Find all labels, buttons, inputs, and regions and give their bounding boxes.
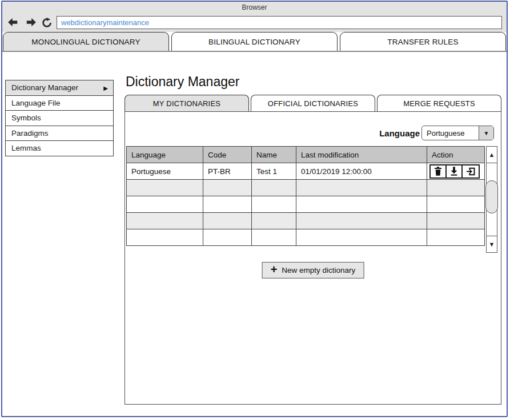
cell-empty — [127, 196, 203, 213]
url-bar[interactable] — [57, 16, 502, 29]
table-scrollbar: ▲ ▼ — [486, 146, 497, 253]
cell-empty — [427, 196, 485, 213]
tab-transfer-rules[interactable]: TRANSFER RULES — [340, 32, 506, 51]
column-header-language: Language — [127, 147, 203, 163]
cell-empty — [427, 229, 485, 246]
dictionary-table-body: Portuguese PT-BR Test 1 01/01/2019 12:00… — [127, 163, 485, 246]
scroll-down-button[interactable]: ▼ — [486, 236, 497, 253]
dictionary-table-wrap: Language Code Name Last modification Act… — [126, 146, 485, 246]
download-icon — [449, 166, 459, 176]
cell-empty — [203, 229, 252, 246]
new-empty-dictionary-label: New empty dictionary — [282, 266, 355, 274]
forward-arrow-icon — [24, 18, 37, 27]
sidebar-item-dictionary-manager[interactable]: Dictionary Manager ▶ — [5, 80, 114, 96]
language-label: Language — [379, 128, 420, 138]
triangle-down-icon: ▼ — [489, 241, 495, 248]
subtab-merge-requests[interactable]: MERGE REQUESTS — [377, 95, 501, 111]
subtab-official-dictionaries[interactable]: OFFICIAL DICTIONARIES — [251, 95, 375, 111]
cell-empty — [127, 213, 203, 229]
table-row-empty — [127, 196, 485, 213]
subtab-label: MY DICTIONARIES — [153, 99, 220, 108]
sub-tab-bar: MY DICTIONARIES OFFICIAL DICTIONARIES ME… — [125, 95, 501, 111]
import-icon — [466, 167, 476, 176]
column-header-last-modification: Last modification — [296, 147, 427, 163]
cell-empty — [252, 213, 296, 229]
cell-empty — [127, 229, 203, 246]
download-button[interactable] — [447, 165, 463, 177]
column-header-name: Name — [252, 147, 296, 163]
cell-empty — [127, 180, 203, 196]
sidebar-item-language-file[interactable]: Language File — [5, 95, 114, 111]
refresh-icon — [42, 17, 53, 28]
sidebar-item-lemmas[interactable]: Lemmas — [5, 140, 114, 156]
cell-last-modification: 01/01/2019 12:00:00 — [296, 163, 427, 180]
tab-label: TRANSFER RULES — [387, 38, 458, 46]
sidebar-item-paradigms[interactable]: Paradigms — [5, 126, 114, 142]
cell-empty — [203, 213, 252, 229]
chevron-right-icon: ▶ — [103, 81, 108, 96]
open-dictionary-button[interactable] — [463, 165, 479, 177]
subtab-label: MERGE REQUESTS — [403, 99, 475, 108]
cell-empty — [252, 180, 296, 196]
chevron-down-icon: ▼ — [484, 130, 489, 136]
title-bar: Browser — [2, 2, 507, 13]
trash-icon — [433, 166, 443, 176]
tab-bilingual-dictionary[interactable]: BILINGUAL DICTIONARY — [171, 32, 338, 51]
sidebar-item-label: Paradigms — [11, 129, 49, 138]
cell-empty — [203, 196, 252, 213]
refresh-button[interactable] — [40, 17, 54, 28]
sidebar-item-symbols[interactable]: Symbols — [5, 110, 114, 126]
sidebar-item-label: Language File — [11, 99, 61, 107]
cell-code: PT-BR — [203, 163, 252, 180]
forward-button[interactable] — [23, 17, 37, 28]
cell-empty — [252, 229, 296, 246]
sidebar-item-label: Lemmas — [11, 144, 41, 152]
cell-empty — [296, 213, 427, 229]
sidebar: Dictionary Manager ▶ Language File Symbo… — [5, 81, 114, 156]
cell-empty — [252, 196, 296, 213]
scroll-up-button[interactable]: ▲ — [486, 146, 497, 163]
cell-empty — [427, 180, 485, 196]
cell-empty — [427, 213, 485, 229]
cell-empty — [203, 180, 252, 196]
subtab-my-dictionaries[interactable]: MY DICTIONARIES — [125, 95, 249, 111]
action-button-group — [429, 164, 480, 179]
triangle-up-icon: ▲ — [489, 151, 495, 158]
cell-language: Portuguese — [127, 163, 203, 180]
new-empty-dictionary-button[interactable]: + New empty dictionary — [262, 262, 364, 278]
scrollbar-thumb[interactable] — [485, 180, 498, 213]
table-row-empty — [127, 180, 485, 196]
page-title: Dictionary Manager — [126, 74, 239, 90]
column-header-action: Action — [427, 147, 485, 163]
cell-empty — [296, 196, 427, 213]
cell-empty — [296, 180, 427, 196]
back-button[interactable] — [7, 17, 21, 28]
table-row: Portuguese PT-BR Test 1 01/01/2019 12:00… — [127, 163, 485, 180]
plus-icon: + — [271, 264, 278, 275]
table-row-empty — [127, 229, 485, 246]
language-dropdown-value: Portuguese — [422, 126, 479, 140]
content-panel: Language Portuguese ▼ Language Code — [125, 111, 501, 405]
browser-window: Browser MONOLINGUAL DICTIONARY — [1, 1, 508, 417]
dropdown-arrow-button[interactable]: ▼ — [479, 126, 493, 140]
cell-name: Test 1 — [252, 163, 296, 180]
window-title: Browser — [242, 3, 267, 11]
column-header-code: Code — [203, 147, 252, 163]
cell-empty — [296, 229, 427, 246]
cell-action — [427, 163, 485, 180]
table-row-empty — [127, 213, 485, 229]
tab-label: MONOLINGUAL DICTIONARY — [31, 38, 140, 46]
table-header-row: Language Code Name Last modification Act… — [127, 147, 485, 163]
back-arrow-icon — [7, 18, 20, 27]
delete-button[interactable] — [431, 165, 447, 177]
main-tab-bar: MONOLINGUAL DICTIONARY BILINGUAL DICTION… — [2, 32, 507, 52]
sidebar-item-label: Dictionary Manager — [11, 83, 78, 92]
sidebar-item-label: Symbols — [11, 114, 41, 122]
subtab-label: OFFICIAL DICTIONARIES — [268, 99, 358, 108]
language-dropdown[interactable]: Portuguese ▼ — [421, 126, 494, 140]
dictionary-table: Language Code Name Last modification Act… — [126, 146, 485, 246]
language-selector: Language Portuguese ▼ — [379, 126, 494, 140]
browser-nav-bar — [2, 13, 507, 32]
tab-label: BILINGUAL DICTIONARY — [208, 38, 300, 46]
tab-monolingual-dictionary[interactable]: MONOLINGUAL DICTIONARY — [3, 32, 169, 51]
